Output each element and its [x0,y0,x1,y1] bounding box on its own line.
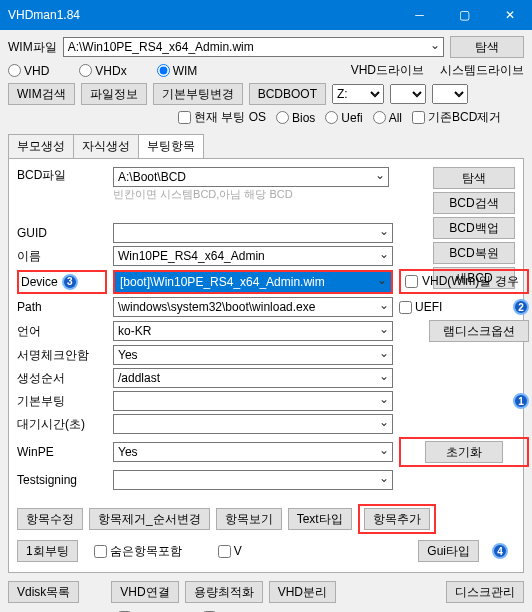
sys-drive-label: 시스템드라이브 [440,62,524,79]
sigcheck-combo[interactable] [113,345,393,365]
remove-order-button[interactable]: 항목제거_순서변경 [89,508,210,530]
vhdx-radio[interactable]: VHDx [79,64,126,78]
sigcheck-label: 서명체크안함 [17,347,107,364]
maximize-button[interactable]: ▢ [442,0,487,30]
bcdfile-placeholder: 빈칸이면 시스템BCD,아님 해당 BCD [113,187,389,202]
bcd-restore-button[interactable]: BCD복원 [433,242,515,264]
drive-2-combo[interactable] [390,84,426,104]
badge-2: 2 [513,299,529,315]
existing-bcd-del-check[interactable]: 기존BCD제거 [412,109,501,126]
name-label: 이름 [17,248,107,265]
vdisklist-button[interactable]: Vdisk목록 [8,581,79,603]
bcd-search-button[interactable]: BCD검색 [433,192,515,214]
oneboot-button[interactable]: 1회부팅 [17,540,78,562]
guitype-button[interactable]: Gui타입 [418,540,479,562]
view-item-button[interactable]: 항목보기 [216,508,282,530]
ramdisk-button[interactable]: 램디스크옵션 [429,320,529,342]
guid-combo[interactable] [113,223,393,243]
wim-radio[interactable]: WIM [157,64,198,78]
badge-1: 1 [513,393,529,409]
vhdwim-check[interactable] [405,275,418,288]
winpe-combo[interactable] [113,442,393,462]
wimfile-label: WIM파일 [8,39,57,56]
device-combo[interactable] [115,272,391,292]
drive-z-combo[interactable]: Z: [332,84,384,104]
tab-child[interactable]: 자식생성 [73,134,139,158]
device-label: Device [21,275,58,289]
defboot-combo[interactable] [113,391,393,411]
hidden-check[interactable]: 숨은항목포함 [94,543,182,560]
badge-3: 3 [62,274,78,290]
window-title: VHDman1.84 [8,8,397,22]
bcdboot-button[interactable]: BCDBOOT [249,83,326,105]
timeout-combo[interactable] [113,414,393,434]
cur-boot-os-check[interactable]: 현재 부팅 OS [178,109,266,126]
add-item-button[interactable]: 항목추가 [364,508,430,530]
all-radio[interactable]: All [373,111,402,125]
fileinfo-button[interactable]: 파일정보 [81,83,147,105]
vhdwim-label: VHD(Wim)일 경우 [422,273,519,290]
v-check[interactable]: V [218,544,242,558]
uefi-radio[interactable]: Uefi [325,111,362,125]
uefi-check[interactable]: UEFI [399,300,442,314]
testsigning-label: Testsigning [17,473,107,487]
edit-item-button[interactable]: 항목수정 [17,508,83,530]
order-combo[interactable] [113,368,393,388]
vhd-drive-label: VHD드라이브 [351,62,424,79]
winpe-label: WinPE [17,445,107,459]
capacity-button[interactable]: 용량최적화 [185,581,263,603]
minimize-button[interactable]: ─ [397,0,442,30]
titlebar: VHDman1.84 ─ ▢ ✕ [0,0,532,30]
tab-parent[interactable]: 부모생성 [8,134,74,158]
bcdfile-combo[interactable] [113,167,389,187]
path-label: Path [17,300,107,314]
bootchange-button[interactable]: 기본부팅변경 [153,83,243,105]
order-label: 생성순서 [17,370,107,387]
wimsearch-button[interactable]: WIM검색 [8,83,75,105]
wimfile-combo[interactable] [63,37,444,57]
close-button[interactable]: ✕ [487,0,532,30]
badge-4: 4 [492,543,508,559]
vhd-radio[interactable]: VHD [8,64,49,78]
lang-combo[interactable] [113,321,393,341]
vhdsplit-button[interactable]: VHD분리 [269,581,336,603]
bcdfile-label: BCD파일 [17,168,66,182]
lang-label: 언어 [17,323,107,340]
path-combo[interactable] [113,297,393,317]
browse-button[interactable]: 탐색 [450,36,524,58]
drive-3-combo[interactable] [432,84,468,104]
bcd-browse-button[interactable]: 탐색 [433,167,515,189]
timeout-label: 대기시간(초) [17,416,107,433]
name-combo[interactable] [113,246,393,266]
guid-label: GUID [17,226,107,240]
texttype-button[interactable]: Text타입 [288,508,352,530]
bcd-backup-button[interactable]: BCD백업 [433,217,515,239]
reset-button[interactable]: 초기화 [425,441,503,463]
vhdconnect-button[interactable]: VHD연결 [111,581,178,603]
bios-radio[interactable]: Bios [276,111,315,125]
testsigning-combo[interactable] [113,470,393,490]
diskmgmt-button[interactable]: 디스크관리 [446,581,524,603]
tab-boot[interactable]: 부팅항목 [138,134,204,158]
defboot-label: 기본부팅 [17,393,107,410]
